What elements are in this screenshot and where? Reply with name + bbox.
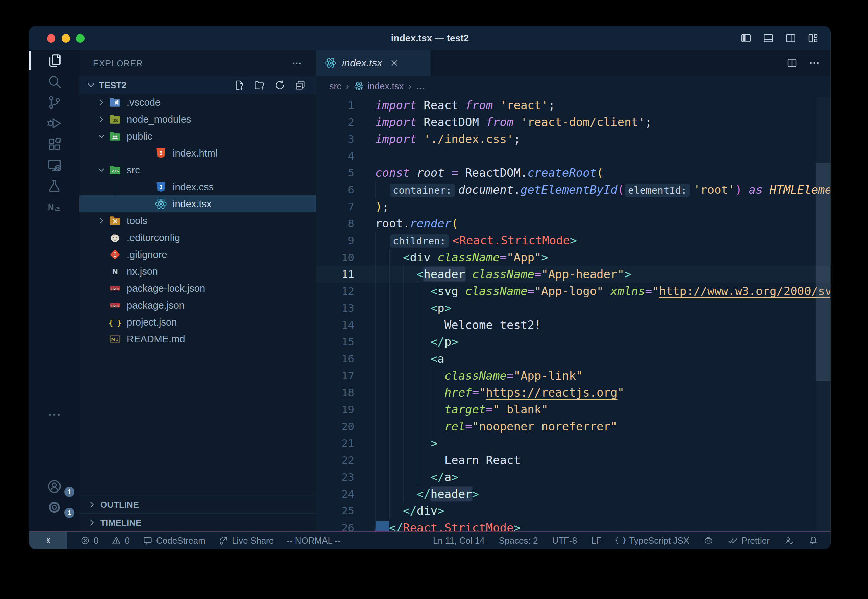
more-icon[interactable] [291,57,302,69]
layout-customize-icon[interactable] [807,32,819,44]
run-debug-icon [47,116,62,131]
code-line-16[interactable]: 16 <a [316,350,830,367]
code-line-3[interactable]: 3import './index.css'; [316,131,830,147]
status-notifications[interactable] [808,536,818,546]
collapse-all-icon[interactable] [295,80,306,91]
code-line-5[interactable]: 5const root = ReactDOM.createRoot( [316,164,830,181]
tree-item-package-lock.json[interactable]: npmpackage-lock.json [80,280,316,297]
tree-item-tools[interactable]: tools [80,212,316,229]
activity-item-settings[interactable]: 1 [29,497,79,518]
status-indentation[interactable]: Spaces: 2 [499,536,538,546]
chevron-down-icon[interactable] [96,131,107,141]
status-prettier[interactable]: Prettier [728,536,770,546]
more-icon[interactable] [808,57,820,69]
code-line-6[interactable]: 6 container:document.getElementById(elem… [316,181,830,198]
layout-sidebar-left-icon[interactable] [740,32,752,44]
chevron-right-icon[interactable] [96,97,107,107]
tree-item-.editorconfig[interactable]: .editorconfig [80,229,316,246]
chevron-down-icon[interactable] [96,165,107,175]
code-line-14[interactable]: 14 Welcome test2! [316,316,830,333]
code-line-7[interactable]: 7); [316,198,830,215]
close-icon[interactable] [390,58,400,68]
status-errors[interactable]: 0 [80,536,98,546]
status-copilot[interactable] [703,536,713,546]
code-line-23[interactable]: 23 </a> [316,468,830,485]
code-line-22[interactable]: 22 Learn React [316,452,830,468]
activity-item-more-actions[interactable] [29,404,79,425]
tree-item-index.css[interactable]: 3index.css [80,179,316,196]
chevron-right-icon[interactable] [96,114,107,124]
code-line-26[interactable]: 26 </React.StrictMode> [316,519,830,531]
line-content: import './index.css'; [375,131,520,147]
editorconfig-icon [108,231,121,244]
tree-item-.vscode[interactable]: .vscode [80,94,316,111]
tree-item-package.json[interactable]: npmpackage.json [80,297,316,314]
tree-item-project.json[interactable]: { }project.json [80,314,316,331]
activity-item-run-debug[interactable] [29,113,79,134]
tree-item-nx.json[interactable]: Nnx.json [80,263,316,280]
activity-item-testing[interactable] [29,176,79,197]
tree-item-node_modules[interactable]: JSnode_modules [80,111,316,128]
activity-item-remote-explorer[interactable] [29,155,79,176]
split-editor-icon[interactable] [786,57,798,69]
status-language-mode[interactable]: { }TypeScript JSX [615,536,689,546]
code-line-8[interactable]: 8root.render( [316,215,830,232]
scrollbar-thumb[interactable] [816,163,830,381]
close-window-button[interactable] [47,34,56,42]
outline-panel[interactable]: OUTLINE [80,495,316,513]
code-line-25[interactable]: 25 </div> [316,502,830,519]
code-editor[interactable]: 1import React from 'react';2import React… [316,97,830,531]
status-eol[interactable]: LF [591,536,601,546]
code-line-21[interactable]: 21 > [316,435,830,452]
breadcrumb-item-src[interactable]: src [329,81,341,92]
code-line-13[interactable]: 13 <p> [316,300,830,316]
tree-item-src[interactable]: </>src [80,162,316,179]
tree-item-README.md[interactable]: M↓README.md [80,331,316,348]
chevron-right-icon[interactable] [96,216,107,226]
status-feedback[interactable] [784,536,794,546]
code-line-1[interactable]: 1import React from 'react'; [316,97,830,114]
tree-item-index.tsx[interactable]: index.tsx [80,196,316,212]
code-line-2[interactable]: 2import ReactDOM from 'react-dom/client'… [316,114,830,131]
code-line-17[interactable]: 17 className="App-link" [316,367,830,384]
tree-item-public[interactable]: public [80,128,316,144]
code-line-10[interactable]: 10 <div className="App"> [316,249,830,266]
zoom-window-button[interactable] [76,34,84,42]
code-line-20[interactable]: 20 rel="noopener noreferrer" [316,418,830,435]
code-line-12[interactable]: 12 <svg className="App-logo" xmlns="http… [316,283,830,300]
activity-item-extensions[interactable] [29,134,79,155]
breadcrumb-item-index.tsx[interactable]: index.tsx [354,81,403,92]
section-header-test2[interactable]: TEST2 [80,77,316,94]
refresh-icon[interactable] [274,80,286,91]
tab-index-tsx[interactable]: index.tsx [316,50,430,76]
line-number: 9 [316,232,375,249]
breadcrumb-item-more[interactable]: … [416,81,425,92]
code-line-19[interactable]: 19 target="_blank" [316,401,830,418]
new-folder-icon[interactable] [254,80,265,91]
activity-item-source-control[interactable] [29,92,79,113]
activity-item-nx-console[interactable]: N≥ [29,197,79,218]
status-encoding[interactable]: UTF-8 [552,536,577,546]
minimize-window-button[interactable] [62,34,70,42]
code-line-11[interactable]: 11 <header className="App-header"> [316,266,830,283]
timeline-panel[interactable]: TIMELINE [80,513,316,531]
status-cursor-position[interactable]: Ln 11, Col 14 [433,536,485,546]
status-live-share[interactable]: Live Share [218,536,274,546]
code-line-4[interactable]: 4 [316,147,830,164]
new-file-icon[interactable] [233,80,245,91]
status-codestream[interactable]: CodeStream [143,536,206,546]
code-line-24[interactable]: 24 </header> [316,485,830,502]
activity-item-explorer[interactable] [29,50,79,71]
tree-item-index.html[interactable]: 5index.html [80,144,316,162]
status-vim-mode[interactable]: -- NORMAL -- [287,536,340,546]
code-line-18[interactable]: 18 href="https://reactjs.org" [316,384,830,401]
code-line-9[interactable]: 9 children:<React.StrictMode> [316,232,830,249]
status-warnings[interactable]: 0 [111,536,129,546]
layout-sidebar-right-icon[interactable] [785,32,797,44]
status-remote-indicator[interactable] [29,532,67,549]
activity-item-accounts[interactable]: 1 [29,476,79,497]
layout-panel-bottom-icon[interactable] [762,32,775,44]
code-line-15[interactable]: 15 </p> [316,333,830,350]
activity-item-search[interactable] [29,71,79,92]
tree-item-.gitignore[interactable]: .gitignore [80,246,316,263]
